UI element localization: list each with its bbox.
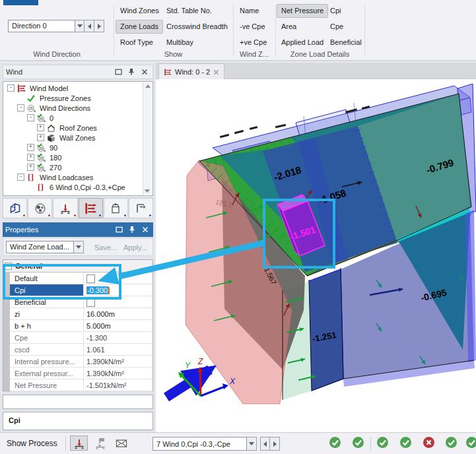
ribbon-button-area[interactable]: Area bbox=[277, 20, 301, 34]
expand-icon[interactable]: + bbox=[27, 154, 34, 161]
expand-icon[interactable]: + bbox=[27, 164, 34, 171]
scroll-down-icon[interactable] bbox=[145, 189, 150, 193]
tree-item-180[interactable]: +25180 bbox=[6, 152, 153, 162]
tree-item-90[interactable]: +2590 bbox=[6, 143, 153, 152]
ribbon-button-ve-cpe[interactable]: +ve Cpe bbox=[235, 36, 271, 49]
status-tool-beam-load-flag[interactable] bbox=[91, 436, 109, 451]
property-group-header[interactable]: - General bbox=[3, 260, 153, 273]
property-row-net-pressure[interactable]: Net Pressure-1.501kN/m² bbox=[10, 379, 153, 391]
checkbox[interactable] bbox=[86, 298, 95, 307]
property-row-cpi[interactable]: Cpi-0.300 bbox=[10, 284, 153, 296]
property-value[interactable]: 1.061 bbox=[84, 344, 153, 355]
tree-item-wind-directions[interactable]: -25Wind Directions bbox=[6, 103, 153, 113]
3d-viewport[interactable]: -2.018-1.058-0.799-1.501-0.695-1.2511.56… bbox=[156, 79, 476, 432]
property-value[interactable]: 16.000m bbox=[84, 308, 153, 319]
status-tool-envelope[interactable] bbox=[112, 436, 130, 451]
property-value[interactable]: -1.501kN/m² bbox=[84, 379, 153, 391]
tree-scrollbar[interactable] bbox=[143, 82, 152, 195]
ribbon-button-name[interactable]: Name bbox=[235, 4, 263, 18]
ribbon-button-multibay[interactable]: Multibay bbox=[162, 36, 198, 49]
expand-icon[interactable]: + bbox=[37, 124, 44, 131]
chevron-down-icon[interactable] bbox=[247, 437, 257, 451]
property-row-cscd[interactable]: cscd1.061 bbox=[10, 344, 153, 356]
tree-item-wall-zones[interactable]: +Wall Zones bbox=[6, 133, 153, 143]
show-process-label[interactable]: Show Process bbox=[7, 439, 57, 448]
checkbox[interactable] bbox=[86, 275, 95, 283]
ribbon-button-std-table-no[interactable]: Std. Table No. bbox=[162, 4, 217, 18]
property-value[interactable]: 1.390kN/m² bbox=[84, 356, 153, 367]
ribbon-button-ve-cpe[interactable]: -ve Cpe bbox=[235, 20, 270, 34]
collapse-icon[interactable]: - bbox=[27, 114, 34, 121]
next-loadcase-button[interactable] bbox=[270, 437, 280, 451]
status-tool-beam-load[interactable] bbox=[70, 436, 88, 451]
ribbon-button-roof-type[interactable]: Roof Type bbox=[116, 36, 158, 49]
chevron-down-icon[interactable] bbox=[75, 20, 85, 32]
tab-wind-0-2[interactable]: Wind: 0 - 2 bbox=[158, 63, 224, 80]
loadcase-stepper[interactable] bbox=[260, 437, 280, 451]
prev-direction-button[interactable] bbox=[85, 20, 94, 32]
maximize-icon[interactable] bbox=[114, 225, 124, 234]
toolbar-button-beam-load[interactable] bbox=[53, 198, 77, 218]
collapse-icon[interactable]: - bbox=[5, 263, 12, 270]
property-row-beneficial[interactable]: Beneficial bbox=[10, 296, 153, 308]
tree-item-wind-loadcases[interactable]: -Wind Loadcases bbox=[6, 172, 153, 182]
pin-icon[interactable] bbox=[126, 67, 137, 77]
ribbon-button-crosswind-breadth[interactable]: Crosswind Breadth bbox=[162, 20, 232, 34]
toolbar-button-crate[interactable] bbox=[104, 198, 128, 218]
close-icon[interactable] bbox=[140, 225, 151, 234]
loadcase-combo[interactable]: 7 Wind 0,Cpi -0.3,-Cpe bbox=[153, 437, 258, 451]
property-value[interactable]: -1.300 bbox=[84, 332, 153, 343]
property-value[interactable]: 5.000m bbox=[84, 320, 153, 331]
property-row-zi[interactable]: zi16.000m bbox=[10, 308, 153, 320]
direction-combo[interactable]: Direction 0 bbox=[8, 20, 104, 32]
tree-item-6-wind-0-cpi-0-3-cpe[interactable]: 6 Wind 0,Cpi -0.3,+Cpe bbox=[6, 182, 153, 192]
ribbon-button-cpe[interactable]: Cpe bbox=[325, 20, 348, 34]
ribbon-button-applied-load[interactable]: Applied Load bbox=[277, 36, 328, 49]
property-row-external-pressur[interactable]: External pressur...1.390kN/m² bbox=[10, 368, 153, 379]
expand-icon[interactable]: + bbox=[37, 134, 44, 141]
apply-button[interactable]: Apply... bbox=[123, 243, 147, 251]
wall-zone-dark-blue[interactable] bbox=[309, 269, 343, 391]
wind-zone-model[interactable]: -2.018-1.058-0.799-1.501-0.695-1.2511.56… bbox=[156, 79, 476, 432]
property-row-b-h[interactable]: b + h5.000m bbox=[10, 320, 153, 332]
property-type-combo[interactable]: Wind Zone Load... bbox=[6, 241, 85, 253]
property-value[interactable]: 1.390kN/m² bbox=[84, 368, 153, 379]
ribbon-button-wind-zones[interactable]: Wind Zones bbox=[116, 4, 164, 18]
property-value[interactable]: -0.300 bbox=[84, 284, 153, 296]
chevron-down-icon[interactable] bbox=[74, 241, 84, 253]
close-icon[interactable] bbox=[213, 69, 219, 75]
active-tab-stub[interactable] bbox=[3, 0, 38, 5]
maximize-icon[interactable] bbox=[113, 67, 123, 77]
tree-item-270[interactable]: +25270 bbox=[6, 162, 153, 172]
toolbar-button-bracket[interactable] bbox=[129, 198, 153, 218]
ribbon-button-net-pressure[interactable]: Net Pressure bbox=[277, 4, 328, 18]
tree-item-wind-model[interactable]: -Wind Model bbox=[6, 83, 153, 93]
direction-combo-value[interactable]: Direction 0 bbox=[8, 20, 75, 32]
collapse-icon[interactable]: - bbox=[17, 174, 24, 181]
scroll-up-icon[interactable] bbox=[145, 84, 151, 88]
ribbon-button-cpi[interactable]: Cpi bbox=[325, 4, 346, 18]
save-button[interactable]: Save... bbox=[94, 243, 117, 251]
property-row-default[interactable]: Default bbox=[10, 273, 153, 284]
next-direction-button[interactable] bbox=[94, 20, 104, 32]
ribbon-button-zone-loads[interactable]: Zone Loads bbox=[116, 20, 163, 34]
tree-item-roof-zones[interactable]: +Roof Zones bbox=[6, 123, 153, 133]
tree-item-0[interactable]: -250 bbox=[6, 113, 153, 123]
tree-item-pressure-zones[interactable]: Pressure Zones bbox=[6, 93, 153, 103]
loadcase-combo-value[interactable]: 7 Wind 0,Cpi -0.3,-Cpe bbox=[153, 437, 247, 451]
collapse-icon[interactable]: - bbox=[17, 104, 24, 112]
toolbar-button-frame[interactable] bbox=[3, 198, 27, 218]
property-type-combo-value[interactable]: Wind Zone Load... bbox=[6, 241, 74, 253]
pin-icon[interactable] bbox=[127, 225, 137, 234]
property-value[interactable] bbox=[84, 296, 153, 308]
collapse-icon[interactable]: - bbox=[7, 84, 15, 92]
property-row-internal-pressure[interactable]: Internal pressure...1.390kN/m² bbox=[10, 356, 153, 368]
toolbar-button-globe[interactable] bbox=[28, 198, 52, 218]
prev-loadcase-button[interactable] bbox=[260, 437, 270, 451]
expand-icon[interactable]: + bbox=[27, 144, 34, 151]
property-value[interactable] bbox=[84, 273, 153, 284]
close-icon[interactable] bbox=[139, 67, 150, 77]
property-row-cpe[interactable]: Cpe-1.300 bbox=[10, 332, 153, 344]
ribbon-button-beneficial[interactable]: Beneficial bbox=[325, 36, 366, 49]
toolbar-button-wind-load[interactable] bbox=[79, 198, 103, 218]
